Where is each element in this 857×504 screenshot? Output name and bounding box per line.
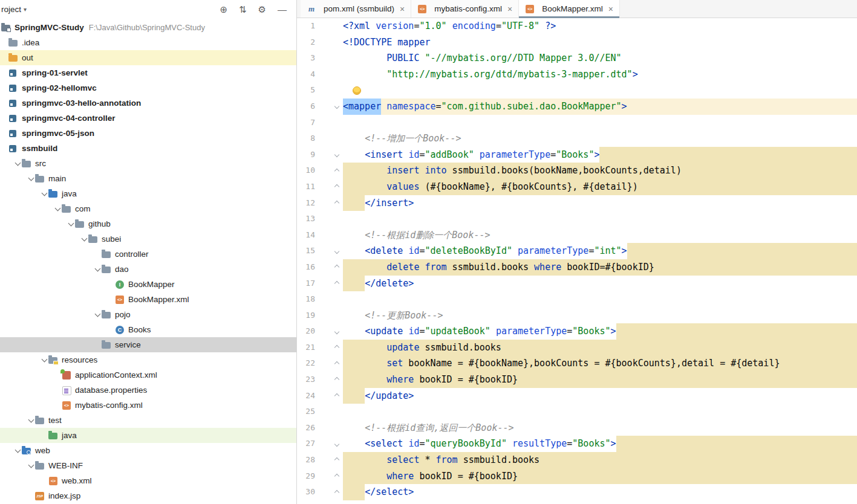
line-number[interactable]: 17: [297, 276, 315, 292]
fold-marker-icon[interactable]: [315, 243, 343, 259]
line-number[interactable]: 18: [297, 291, 315, 308]
tree-item-springmvc-05-json[interactable]: springmvc-05-json: [0, 126, 296, 141]
code-text[interactable]: set bookName = #{bookName},bookCounts = …: [343, 355, 857, 372]
line-number[interactable]: 23: [297, 372, 315, 388]
code-text[interactable]: where bookID = #{bookID}: [343, 372, 857, 388]
tree-expander-chevron-icon[interactable]: [13, 162, 22, 165]
code-line[interactable]: 28 select * from ssmbuild.books: [297, 452, 857, 468]
code-text[interactable]: <!--更新Book-->: [343, 308, 857, 324]
line-number[interactable]: 15: [297, 243, 315, 259]
code-line[interactable]: 9 <insert id="addBook" parameterType="Bo…: [297, 147, 857, 163]
line-number[interactable]: 31: [297, 500, 315, 504]
fold-marker-icon[interactable]: [315, 147, 343, 163]
tree-item-spring-02-hellomvc[interactable]: spring-02-hellomvc: [0, 80, 296, 95]
tree-item-github[interactable]: github: [0, 216, 296, 231]
code-line[interactable]: 31: [297, 500, 857, 504]
fold-marker-icon[interactable]: [315, 355, 343, 372]
code-text[interactable]: [343, 211, 857, 227]
code-line[interactable]: 13: [297, 211, 857, 227]
tree-item-web-inf[interactable]: WEB-INF: [0, 458, 296, 473]
editor-tab[interactable]: mpom.xml (ssmbuild)×: [301, 0, 411, 18]
code-line[interactable]: 20 <update id="updateBook" parameterType…: [297, 323, 857, 340]
tree-expander-chevron-icon[interactable]: [40, 192, 48, 195]
line-number[interactable]: 19: [297, 308, 315, 324]
tree-expander-chevron-icon[interactable]: [27, 177, 35, 180]
tree-item-springmvc-study[interactable]: SpringMVC-StudyF:\Java\Github\SpringMVC-…: [0, 20, 296, 35]
code-line[interactable]: 14 <!--根据id删除一个Book-->: [297, 227, 857, 244]
code-line[interactable]: 12 </insert>: [297, 195, 857, 212]
tree-item-test[interactable]: test: [0, 413, 296, 428]
line-number[interactable]: 5: [297, 82, 315, 99]
line-number[interactable]: 25: [297, 404, 315, 420]
code-line[interactable]: 1<?xml version="1.0" encoding="UTF-8" ?>: [297, 18, 857, 34]
code-line[interactable]: 10 insert into ssmbuild.books(bookName,b…: [297, 163, 857, 179]
line-number[interactable]: 13: [297, 211, 315, 227]
code-line[interactable]: 19 <!--更新Book-->: [297, 308, 857, 324]
tree-expander-chevron-icon[interactable]: [53, 207, 62, 210]
code-line[interactable]: 21 update ssmbuild.books: [297, 340, 857, 356]
code-line[interactable]: 3 PUBLIC "-//mybatis.org//DTD Mapper 3.0…: [297, 50, 857, 66]
chevron-down-icon[interactable]: ▾: [24, 6, 27, 13]
tree-item-resources[interactable]: resources: [0, 352, 296, 367]
code-line[interactable]: 7: [297, 115, 857, 131]
code-line[interactable]: 24 </update>: [297, 388, 857, 404]
fold-marker-icon[interactable]: [315, 195, 343, 212]
code-line[interactable]: 23 where bookID = #{bookID}: [297, 372, 857, 388]
fold-marker-icon[interactable]: [315, 99, 343, 115]
line-number[interactable]: 28: [297, 452, 315, 468]
tree-item-com[interactable]: com: [0, 201, 296, 216]
tree-expander-chevron-icon[interactable]: [93, 313, 102, 316]
tree-item-applicationcontext-xml[interactable]: applicationContext.xml: [0, 367, 296, 383]
tree-item-java[interactable]: java: [0, 428, 296, 443]
code-text[interactable]: <select id="queryBookById" resultType="B…: [343, 436, 857, 452]
tree-item-pojo[interactable]: pojo: [0, 307, 296, 322]
code-line[interactable]: 17 </delete>: [297, 276, 857, 292]
code-text[interactable]: <delete id="deleteBookById" parameterTyp…: [343, 243, 857, 259]
fold-marker-icon[interactable]: [315, 179, 343, 195]
code-line[interactable]: 4 "http://mybatis.org/dtd/mybatis-3-mapp…: [297, 66, 857, 83]
tree-item-out[interactable]: out: [0, 50, 296, 65]
fold-marker-icon[interactable]: [315, 276, 343, 292]
code-text[interactable]: update ssmbuild.books: [343, 340, 857, 356]
hide-panel-icon[interactable]: —: [278, 5, 287, 14]
line-number[interactable]: 14: [297, 227, 315, 244]
code-line[interactable]: 22 set bookName = #{bookName},bookCounts…: [297, 355, 857, 372]
fold-marker-icon[interactable]: [315, 259, 343, 276]
line-number[interactable]: 16: [297, 259, 315, 276]
code-text[interactable]: <update id="updateBook" parameterType="B…: [343, 323, 857, 340]
tree-item-src[interactable]: src: [0, 156, 296, 171]
tree-expander-chevron-icon[interactable]: [67, 222, 75, 225]
tree-item-java[interactable]: java: [0, 186, 296, 201]
tree-item-service[interactable]: service: [0, 337, 296, 352]
editor-tab[interactable]: <>mybatis-config.xml×: [411, 0, 519, 18]
fold-marker-icon[interactable]: [315, 372, 343, 388]
tree-item-spring-01-servlet[interactable]: spring-01-servlet: [0, 65, 296, 80]
fold-marker-icon[interactable]: [315, 452, 343, 468]
intention-bulb-icon[interactable]: [353, 86, 361, 95]
tree-item-index-jsp[interactable]: JSPindex.jsp: [0, 488, 296, 503]
project-tool-window-title[interactable]: roject: [1, 5, 21, 14]
code-line[interactable]: 6<mapper namespace="com.github.subei.dao…: [297, 99, 857, 115]
code-text[interactable]: [343, 404, 857, 420]
line-number[interactable]: 9: [297, 147, 315, 163]
tree-item-controller[interactable]: controller: [0, 247, 296, 262]
line-number[interactable]: 27: [297, 436, 315, 452]
fold-marker-icon[interactable]: [315, 388, 343, 404]
line-number[interactable]: 3: [297, 50, 315, 66]
code-text[interactable]: values (#{bookName}, #{bookCounts}, #{de…: [343, 179, 857, 195]
code-text[interactable]: <insert id="addBook" parameterType="Book…: [343, 147, 857, 163]
fold-marker-icon[interactable]: [315, 468, 343, 485]
code-text[interactable]: [343, 115, 857, 131]
line-number[interactable]: 26: [297, 420, 315, 436]
fold-marker-icon[interactable]: [315, 436, 343, 452]
code-line[interactable]: 16 delete from ssmbuild.books where book…: [297, 259, 857, 276]
code-text[interactable]: [343, 500, 857, 504]
tree-expander-chevron-icon[interactable]: [27, 464, 35, 467]
tree-item-web-xml[interactable]: <>web.xml: [0, 473, 296, 488]
tree-item-springmvc-03-hello-annotation[interactable]: springmvc-03-hello-annotation: [0, 95, 296, 111]
code-text[interactable]: </update>: [343, 388, 857, 404]
tree-item-main[interactable]: main: [0, 171, 296, 186]
tree-expander-chevron-icon[interactable]: [13, 449, 22, 452]
code-line[interactable]: 29 where bookID = #{bookID}: [297, 468, 857, 485]
tree-item-springmvc-04-controller[interactable]: springmvc-04-controller: [0, 111, 296, 126]
